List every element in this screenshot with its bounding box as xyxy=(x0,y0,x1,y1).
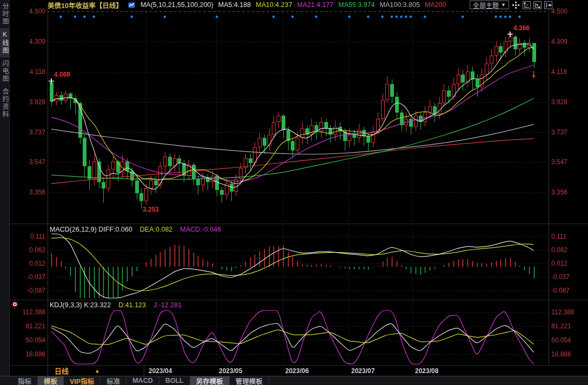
ma21-value: MA21:4.177 xyxy=(297,1,333,9)
kdj-j-label: J:-12.281 xyxy=(153,301,182,309)
macd-axis-label-left: 0.062 xyxy=(29,247,45,253)
price-axis-label-left: 3.737 xyxy=(29,129,45,136)
kdj-axis-label-left: 50.054 xyxy=(25,337,45,343)
x-axis-month-label: 2023/08 xyxy=(415,368,438,374)
macd-axis-label-left: -0.037 xyxy=(27,274,45,280)
chart-type-sidebar: 分时图 K线图 闪电图 合约资料 xyxy=(0,0,10,385)
annotation-first-high: 4.069 xyxy=(54,71,70,78)
indicator-template-tabbar: 指标 模板 VIP指标 标准 MACD BOLL 另存模板 管理模板 xyxy=(0,376,588,385)
kdj-axis-label-right: 18.886 xyxy=(551,351,571,357)
instrument-title: 美债10年收益率【日线】 xyxy=(48,0,123,10)
price-axis-label-right: 4.309 xyxy=(551,38,567,45)
kdj-axis-label-right: 81.221 xyxy=(551,323,571,329)
annotation-peak-high: 4.366 xyxy=(513,25,530,31)
period-tag: 【日线】 xyxy=(96,2,123,10)
kdj-axis-label-right: 112.388 xyxy=(551,309,574,315)
tab-save-template[interactable]: 另存模板 xyxy=(190,376,230,385)
kdj-axis-label-left: 81.221 xyxy=(25,323,45,329)
price-axis-label-right: 3.547 xyxy=(551,159,567,165)
sidebar-item-contract-info[interactable]: 合约资料 xyxy=(0,85,10,121)
sidebar-item-kline-chart[interactable]: K线图 xyxy=(0,28,10,57)
price-axis-label-right: 4.118 xyxy=(551,69,567,75)
x-axis-month-label: 2023/06 xyxy=(285,368,309,374)
tab-macd[interactable]: MACD xyxy=(126,376,159,385)
ma5-value: MA5:4.188 xyxy=(218,1,251,9)
annotation-bottom-low: 3.253 xyxy=(143,206,159,213)
price-axis-label-left: 4.118 xyxy=(30,69,45,75)
ma55-value: MA55:3.974 xyxy=(338,1,375,9)
macd-dea-label: DEA:0.082 xyxy=(140,226,172,233)
period-label: 日线 xyxy=(48,366,69,376)
price-axis-label-left: 3.928 xyxy=(29,99,45,105)
ma200-value: MA200 xyxy=(425,1,446,9)
kdj-k-label: KDJ(9,3,3) K:23.322 xyxy=(50,301,111,309)
trading-app-window: 分时图 K线图 闪电图 合约资料 美债10年收益率【日线】 MA(5,10,21… xyxy=(0,0,588,385)
price-axis-label-right: 3.356 xyxy=(551,189,567,195)
macd-axis-label-left: -0.087 xyxy=(27,287,45,294)
instrument-name: 美债10年收益率 xyxy=(48,2,96,10)
ma-settings-label[interactable]: MA(5,10,21,55,100,200) xyxy=(141,1,213,9)
tab-manage-templates[interactable]: 管理模板 xyxy=(230,376,269,385)
macd-value-label: MACD:-0.046 xyxy=(180,226,221,233)
macd-axis-label-right: -0.037 xyxy=(551,274,570,280)
macd-diff-label: MACD(26,12,9) DIFF:0.060 xyxy=(50,226,132,233)
macd-axis-label-left: 0.111 xyxy=(30,233,45,240)
macd-axis-label-right: 0.111 xyxy=(551,233,566,240)
macd-axis-label-left: 0.012 xyxy=(29,260,45,267)
tab-vip-indicators[interactable]: VIP指标 xyxy=(64,376,101,385)
price-axis-label-left: 4.309 xyxy=(29,38,45,45)
price-axis-label-left: 3.547 xyxy=(29,159,45,165)
chart-header: 美债10年收益率【日线】 MA(5,10,21,55,100,200) MA5:… xyxy=(10,0,588,10)
theme-dropdown-label: 全部主题 xyxy=(473,1,499,10)
price-axis-label-right: 3.928 xyxy=(551,99,567,105)
tab-templates[interactable]: 模板 xyxy=(38,376,64,385)
tab-standard[interactable]: 标准 xyxy=(101,376,126,385)
header-controls: 全部主题 ▼ xyxy=(470,1,552,9)
scale-y-axis-icon[interactable] xyxy=(523,1,531,9)
kdj-axis-label-left: 18.886 xyxy=(25,351,45,357)
chevron-down-icon: ▼ xyxy=(501,2,506,8)
sidebar-item-flash-chart[interactable]: 闪电图 xyxy=(0,57,10,85)
mini-chart-icon[interactable] xyxy=(128,1,136,9)
ma100-value: MA100:3.805 xyxy=(379,1,419,9)
x-axis-month-label: 2023/07 xyxy=(351,368,375,374)
tab-boll[interactable]: BOLL xyxy=(159,376,190,385)
kdj-axis-label-left: 112.388 xyxy=(23,309,46,315)
crosshair-move-icon[interactable] xyxy=(512,1,520,9)
tab-indicators[interactable]: 指标 xyxy=(12,376,38,385)
theme-dropdown[interactable]: 全部主题 ▼ xyxy=(470,1,509,9)
kdj-axis-label-right: 50.054 xyxy=(551,337,571,343)
price-axis-label-right: 3.737 xyxy=(551,129,567,136)
x-axis-month-label: 2023/05 xyxy=(219,368,242,374)
macd-axis-label-right: 0.062 xyxy=(551,247,567,253)
pan-right-icon[interactable] xyxy=(544,1,552,9)
triangle-up-icon: ▲ xyxy=(95,368,100,374)
kdj-indicator-header[interactable]: KDJ(9,3,3) K:23.322 D:41.123 J:-12.281 xyxy=(50,301,182,309)
kdj-d-label: D:41.123 xyxy=(118,301,146,309)
period-selector[interactable]: 日线 ▲ xyxy=(48,366,144,376)
macd-axis-label-right: 0.012 xyxy=(551,260,567,267)
x-axis-month-label: 2023/04 xyxy=(149,368,172,374)
ma10-value: MA10:4.237 xyxy=(256,1,292,9)
price-axis-label-left: 3.356 xyxy=(29,189,45,195)
macd-indicator-header[interactable]: MACD(26,12,9) DIFF:0.060 DEA:0.082 MACD:… xyxy=(50,226,221,233)
chart-canvas[interactable] xyxy=(0,0,588,385)
macd-axis-label-right: -0.087 xyxy=(551,287,570,294)
title-group: 美债10年收益率【日线】 MA(5,10,21,55,100,200) MA5:… xyxy=(48,0,446,10)
scale-x-axis-icon[interactable] xyxy=(533,1,542,9)
indicator-alert-icon[interactable] xyxy=(11,300,18,308)
sidebar-item-time-chart[interactable]: 分时图 xyxy=(0,0,10,28)
